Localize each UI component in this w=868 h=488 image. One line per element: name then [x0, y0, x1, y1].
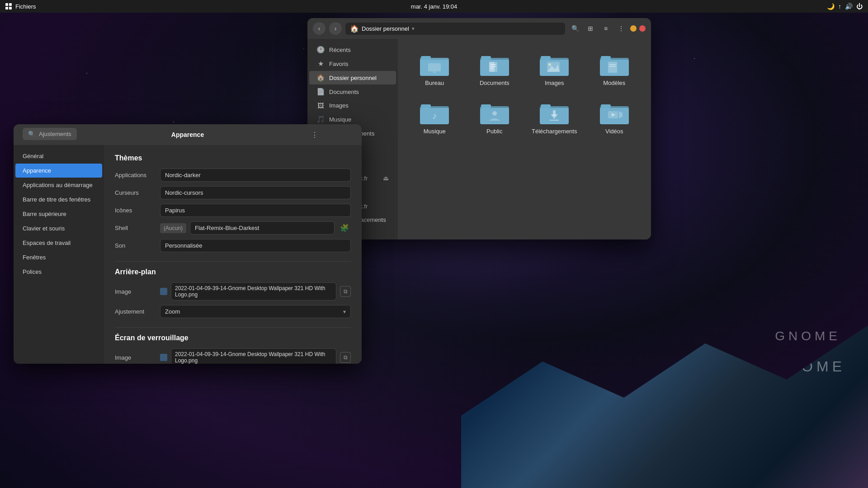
folder-images[interactable]: Images	[527, 48, 582, 92]
settings-nav-applications-demarrage[interactable]: Applications au démarrage	[15, 178, 102, 192]
folder-modeles-icon	[600, 53, 629, 77]
close-button[interactable]	[639, 25, 646, 32]
settings-nav-fenetres-label: Fenêtres	[23, 254, 46, 261]
sidebar-item-recents[interactable]: 🕐 Récents	[309, 43, 396, 56]
forward-button[interactable]: ›	[329, 22, 342, 35]
folder-modeles-label: Modèles	[603, 80, 625, 86]
svg-rect-42	[601, 104, 611, 108]
sidebar-item-favoris[interactable]: ★ Favoris	[309, 57, 396, 70]
location-text: Dossier personnel	[362, 25, 409, 32]
power-icon[interactable]: ⏻	[856, 3, 863, 10]
settings-content: Thèmes Applications Nordic-darker Curseu…	[104, 145, 362, 364]
bg-ajustement-dropdown[interactable]: Zoom ▾	[160, 305, 351, 318]
topbar-datetime: mar. 4 janv. 19:04	[411, 3, 457, 10]
settings-row-curseurs: Curseurs Nordic-cursors	[115, 186, 351, 199]
location-dropdown-icon[interactable]: ▾	[412, 26, 415, 32]
search-button[interactable]: 🔍	[569, 22, 581, 35]
bg-color-dot	[160, 288, 167, 295]
icones-value[interactable]: Papirus	[160, 204, 351, 217]
settings-sidebar: Général Apparence Applications au démarr…	[14, 145, 104, 364]
menu-button[interactable]: ⋮	[615, 22, 627, 35]
settings-nav-espaces-label: Espaces de travail	[23, 239, 71, 246]
home-icon: 🏠	[316, 74, 325, 82]
settings-nav-apparence[interactable]: Apparence	[15, 164, 102, 178]
son-value[interactable]: Personnalisée	[160, 239, 351, 252]
filemanager-main: Bureau Documents	[398, 39, 651, 239]
favoris-icon: ★	[316, 60, 325, 68]
folder-telechargements[interactable]: Téléchargements	[527, 96, 582, 140]
shell-value[interactable]: Flat-Remix-Blue-Darkest	[190, 221, 335, 235]
settings-nav-barre-superieure[interactable]: Barre supérieure	[15, 207, 102, 221]
folder-videos-label: Vidéos	[605, 128, 623, 135]
svg-point-33	[492, 111, 497, 116]
folder-documents[interactable]: Documents	[467, 48, 523, 92]
bg-image-row: 2022-01-04-09-39-14-Gnome Desktop Wallpa…	[160, 282, 351, 300]
lock-filename[interactable]: 2022-01-04-09-39-14-Gnome Desktop Wallpa…	[171, 348, 336, 364]
folder-modeles[interactable]: Modèles	[587, 48, 642, 92]
folder-telechargements-icon	[540, 102, 569, 125]
settings-nav-clavier[interactable]: Clavier et souris	[15, 221, 102, 235]
svg-rect-38	[553, 110, 556, 116]
folder-videos-icon	[600, 102, 629, 125]
network-icon[interactable]: ↑	[838, 3, 841, 10]
folder-bureau[interactable]: Bureau	[407, 48, 462, 92]
svg-rect-5	[433, 71, 436, 73]
shell-badge: (Aucun)	[160, 223, 186, 233]
settings-nav-apparence-label: Apparence	[23, 167, 51, 174]
arriere-plan-section: Arrière-plan Image 2022-01-04-09-39-14-G…	[115, 268, 351, 318]
arriere-plan-title: Arrière-plan	[115, 268, 351, 276]
images-icon: 🖼	[316, 102, 325, 109]
svg-rect-31	[480, 108, 509, 124]
shell-extensions-button[interactable]: 🧩	[338, 222, 351, 235]
settings-nav-polices[interactable]: Polices	[15, 265, 102, 279]
sidebar-item-home[interactable]: 🏠 Dossier personnel	[309, 71, 396, 84]
sort-button[interactable]: ≡	[599, 22, 612, 35]
settings-kebab-menu[interactable]: ⋮	[309, 129, 320, 140]
settings-nav-barre-titre[interactable]: Barre de titre des fenêtres	[15, 192, 102, 206]
settings-nav-barre-sup-label: Barre supérieure	[23, 211, 66, 217]
svg-text:♪: ♪	[432, 111, 437, 121]
shell-label: Shell	[115, 225, 160, 231]
svg-rect-4	[428, 63, 441, 71]
folder-telechargements-label: Téléchargements	[532, 128, 577, 135]
settings-nav-general[interactable]: Général	[15, 149, 102, 163]
settings-nav-clavier-label: Clavier et souris	[23, 225, 65, 232]
minimize-button[interactable]	[630, 25, 637, 32]
curseurs-value[interactable]: Nordic-cursors	[160, 186, 351, 199]
divider-1	[115, 261, 351, 262]
titlebar-actions: 🔍 ⊞ ≡ ⋮	[569, 22, 646, 35]
location-bar[interactable]: 🏠 Dossier personnel ▾	[345, 23, 565, 35]
settings-nav-espaces[interactable]: Espaces de travail	[15, 236, 102, 250]
settings-nav-polices-label: Polices	[23, 268, 42, 275]
bg-ajustement-label: Ajustement	[115, 308, 160, 315]
folder-bureau-label: Bureau	[425, 80, 444, 86]
volume-icon[interactable]: 🔊	[845, 3, 853, 10]
lock-image-row: 2022-01-04-09-39-14-Gnome Desktop Wallpa…	[160, 348, 351, 364]
night-mode-icon[interactable]: 🌙	[827, 3, 835, 10]
folder-musique[interactable]: ♪ Musique	[407, 96, 462, 140]
themes-section: Thèmes Applications Nordic-darker Curseu…	[115, 154, 351, 252]
lock-open-button[interactable]: ⧉	[340, 352, 351, 363]
settings-nav-applications-label: Applications au démarrage	[23, 182, 93, 188]
curseurs-label: Curseurs	[115, 189, 160, 196]
settings-row-icones: Icônes Papirus	[115, 204, 351, 217]
shell-row-value: (Aucun) Flat-Remix-Blue-Darkest 🧩	[160, 221, 351, 235]
settings-row-lock-image: Image 2022-01-04-09-39-14-Gnome Desktop …	[115, 348, 351, 364]
settings-search-bar[interactable]: 🔍 Ajustements	[23, 128, 77, 140]
applications-value[interactable]: Nordic-darker	[160, 169, 351, 182]
sidebar-item-images[interactable]: 🖼 Images	[309, 99, 396, 112]
gnome-label: GNOME	[775, 329, 841, 343]
sidebar-item-documents[interactable]: 📄 Documents	[309, 85, 396, 99]
bg-open-button[interactable]: ⧉	[340, 286, 351, 297]
back-button[interactable]: ‹	[313, 22, 326, 35]
folder-videos[interactable]: Vidéos	[587, 96, 642, 140]
eject-button[interactable]: ⏏	[383, 174, 389, 182]
folder-documents-icon	[480, 53, 509, 77]
view-toggle-button[interactable]: ⊞	[584, 22, 597, 35]
settings-nav-fenetres[interactable]: Fenêtres	[15, 250, 102, 264]
activities-icon[interactable]	[5, 3, 12, 9]
bg-filename[interactable]: 2022-01-04-09-39-14-Gnome Desktop Wallpa…	[171, 282, 336, 300]
folder-public[interactable]: Public	[467, 96, 523, 140]
settings-body: Général Apparence Applications au démarr…	[14, 145, 362, 364]
folder-documents-label: Documents	[480, 80, 509, 86]
